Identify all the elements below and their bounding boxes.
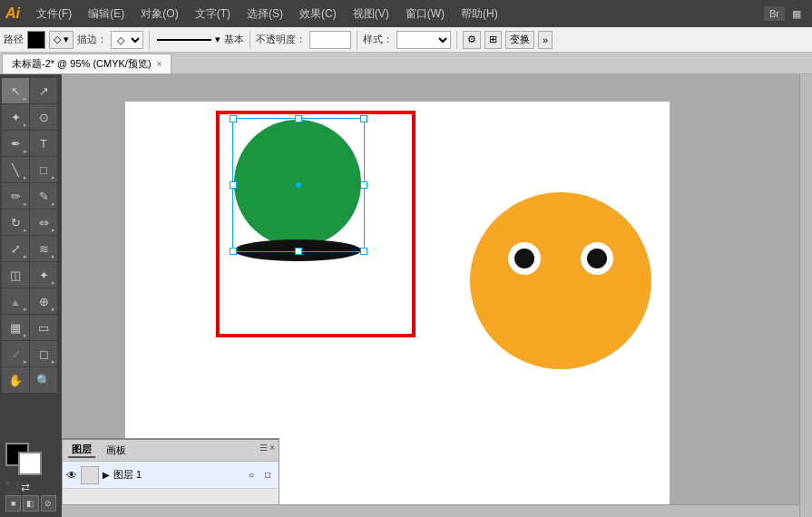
tab-bar: 未标题-2* @ 95% (CMYK/预览) × [0, 53, 812, 74]
expand-button[interactable]: » [538, 31, 553, 49]
vertical-scrollbar[interactable] [799, 74, 812, 517]
more-button[interactable]: ⊞ [484, 31, 502, 49]
scale-tool[interactable]: ⤢▸ [2, 236, 29, 261]
tab-title: 未标题-2* @ 95% (CMYK/预览) [12, 57, 152, 71]
style-label: 样式： [363, 33, 393, 46]
br-button[interactable]: Br [764, 6, 785, 21]
left-pupil [514, 249, 534, 268]
artboards-tab[interactable]: 画板 [103, 444, 130, 457]
green-circle [234, 120, 361, 247]
background-color[interactable] [18, 452, 42, 475]
stroke-label: 描边： [77, 33, 107, 46]
left-toolbar: ↖▸ ↗ ✦▸ ⊙ ✒▸ T ╲▸ □▸ ✏▸ ✎▸ ↻▸ ⇔▸ ⤢▸ ≋▸ ◫ [0, 74, 62, 517]
menu-edit[interactable]: 编辑(E) [81, 5, 132, 24]
canvas-area[interactable]: 图层 画板 ☰ × 👁 ▶ 图层 1 ○ □ [62, 74, 812, 517]
color-mode-button[interactable]: ■ [5, 495, 21, 512]
panel-collapse-button[interactable]: × [269, 443, 275, 453]
visibility-toggle[interactable]: 👁 [66, 469, 77, 482]
color-mode-buttons: ■ ◧ ⊘ [5, 495, 56, 512]
swap-colors-icon[interactable]: ⇄ [21, 481, 30, 493]
lasso-tool[interactable]: ⊙ [30, 104, 57, 130]
layer-icons: ○ □ [244, 468, 275, 483]
paintbrush-tool[interactable]: ✏▸ [2, 183, 29, 209]
column-graph-tool[interactable]: ▦▸ [2, 315, 29, 340]
zoom-tool[interactable]: 🔍 [30, 367, 57, 393]
main-area: ↖▸ ↗ ✦▸ ⊙ ✒▸ T ╲▸ □▸ ✏▸ ✎▸ ↻▸ ⇔▸ ⤢▸ ≋▸ ◫ [0, 74, 812, 517]
stroke-width-select[interactable]: ◇ [111, 31, 143, 49]
document-tab[interactable]: 未标题-2* @ 95% (CMYK/预览) × [2, 54, 171, 73]
stroke-color-swatch[interactable] [27, 31, 45, 49]
rotate-tool[interactable]: ↻▸ [2, 210, 29, 235]
transform-button[interactable]: 变换 [505, 31, 534, 49]
left-eye-white [508, 242, 541, 275]
panel-controls: ☰ × [256, 440, 279, 455]
pen-tool[interactable]: ✒▸ [2, 131, 29, 156]
menu-help[interactable]: 帮助(H) [454, 5, 505, 24]
layer-item[interactable]: 👁 ▶ 图层 1 ○ □ [63, 462, 279, 489]
menu-file[interactable]: 文件(F) [29, 5, 79, 24]
layer-target-button[interactable]: ○ [244, 468, 259, 483]
properties-bar: 路径 ◇ ▾ 描边： ◇ ▾ 基本 不透明度： 100% 样式： ⚙ ⊞ 变换 … [0, 27, 812, 53]
green-circle-group [234, 120, 361, 261]
layer-lock-button[interactable]: □ [260, 468, 275, 483]
gradient-mode-button[interactable]: ◧ [23, 495, 38, 512]
type-tool[interactable]: T [30, 131, 57, 156]
color-swatches [5, 443, 45, 479]
none-mode-button[interactable]: ⊘ [41, 495, 56, 512]
opacity-label: 不透明度： [256, 33, 306, 46]
settings-button[interactable]: ⚙ [463, 31, 481, 49]
direct-selection-tool[interactable]: ↗ [30, 78, 57, 103]
opacity-input[interactable]: 100% [309, 31, 351, 49]
grid-button[interactable]: ▦ [787, 6, 807, 22]
menu-select[interactable]: 选择(S) [240, 5, 290, 24]
stroke-style-button[interactable]: ◇ ▾ [49, 31, 73, 49]
tab-close-button[interactable]: × [157, 59, 162, 69]
app-logo: Ai [5, 5, 20, 22]
right-pupil [587, 249, 607, 268]
stroke-line-display: ▾ [155, 34, 220, 45]
panel-menu-button[interactable]: ☰ [259, 443, 268, 453]
menu-object[interactable]: 对象(O) [133, 5, 185, 24]
color-reset-area: ⬛ ⇄ [5, 481, 56, 493]
face-body [470, 192, 651, 369]
eyedropper-tool[interactable]: ✦▸ [30, 262, 57, 288]
layer-thumbnail [81, 466, 99, 484]
path-label: 路径 [4, 33, 24, 46]
rectangle-tool[interactable]: □▸ [30, 157, 57, 182]
line-tool[interactable]: ╲▸ [2, 157, 29, 182]
menu-text[interactable]: 文字(T) [188, 5, 238, 24]
menu-effect[interactable]: 效果(C) [292, 5, 344, 24]
layers-tab[interactable]: 图层 [68, 443, 95, 458]
warp-tool[interactable]: ≋▸ [30, 236, 57, 261]
menu-window[interactable]: 窗口(W) [398, 5, 452, 24]
base-label: 基本 [224, 33, 244, 46]
slice-tool[interactable]: ⟋▸ [2, 341, 29, 366]
blend-tool[interactable]: ⟁▸ [2, 288, 29, 314]
pencil-tool[interactable]: ✎▸ [30, 183, 57, 209]
magic-wand-tool[interactable]: ✦▸ [2, 104, 29, 130]
shadow-ellipse [234, 239, 361, 261]
eraser-tool[interactable]: ◻▸ [30, 341, 57, 366]
horizontal-scrollbar[interactable] [62, 504, 799, 517]
color-area: ⬛ ⇄ ■ ◧ ⊘ [2, 439, 60, 513]
style-select[interactable] [396, 31, 451, 49]
default-colors-icon[interactable]: ⬛ [5, 481, 19, 493]
layers-title-bar: 图层 画板 ☰ × [63, 440, 279, 462]
hand-tool[interactable]: ✋ [2, 367, 29, 393]
artboard-tool[interactable]: ▭ [30, 315, 57, 340]
menu-view[interactable]: 视图(V) [346, 5, 396, 24]
right-eye-white [581, 242, 613, 275]
selection-tool[interactable]: ↖▸ [2, 78, 29, 103]
layer-expand-arrow[interactable]: ▶ [103, 470, 110, 480]
reflect-tool[interactable]: ⇔▸ [30, 210, 57, 235]
smiley-face [470, 192, 651, 369]
gradient-tool[interactable]: ◫ [2, 262, 29, 288]
layer-name[interactable]: 图层 1 [113, 468, 240, 482]
symbol-spray-tool[interactable]: ⊕▸ [30, 288, 57, 314]
menu-bar: Ai 文件(F) 编辑(E) 对象(O) 文字(T) 选择(S) 效果(C) 视… [0, 0, 812, 27]
